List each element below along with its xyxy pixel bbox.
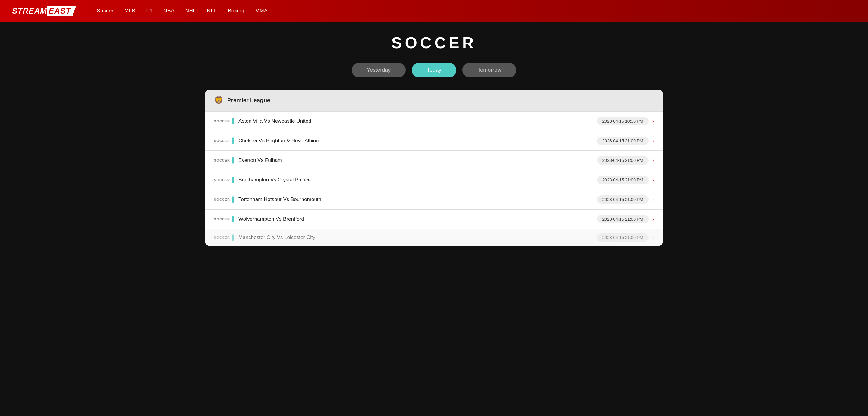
sport-divider bbox=[232, 234, 234, 241]
chevron-right-icon: › bbox=[652, 157, 654, 164]
date-tab-yesterday[interactable]: Yesterday bbox=[352, 63, 406, 78]
chevron-right-icon: › bbox=[652, 235, 654, 241]
sport-divider bbox=[232, 138, 234, 144]
match-name: Chelsea Vs Brighton & Hove Albion bbox=[239, 138, 597, 144]
league-header: 🦁 Premier League bbox=[205, 90, 663, 111]
match-name: Tottenham Hotspur Vs Bournemouth bbox=[239, 197, 597, 203]
main-content: SOCCER YesterdayTodayTomorrow 🦁 Premier … bbox=[199, 22, 669, 258]
match-row[interactable]: SOCCER Everton Vs Fulham 2023-04-15 21:0… bbox=[205, 150, 663, 170]
match-row[interactable]: SOCCER Aston Villa Vs Newcastle United 2… bbox=[205, 111, 663, 131]
chevron-right-icon: › bbox=[652, 216, 654, 222]
sport-divider bbox=[232, 157, 234, 164]
sport-divider bbox=[232, 216, 234, 222]
nav-link-boxing[interactable]: Boxing bbox=[228, 8, 244, 13]
match-time: 2023-04-15 21:00 PM bbox=[597, 176, 649, 184]
nav-link-soccer[interactable]: Soccer bbox=[97, 8, 114, 13]
nav-links: SoccerMLBF1NBANHLNFLBoxingMMA bbox=[97, 8, 268, 14]
date-tab-today[interactable]: Today bbox=[412, 63, 456, 78]
date-tabs: YesterdayTodayTomorrow bbox=[205, 63, 663, 78]
chevron-right-icon: › bbox=[652, 118, 654, 124]
league-name: Premier League bbox=[227, 97, 270, 104]
match-time: 2023-04-15 18:30 PM bbox=[597, 117, 649, 125]
nav-link-nba[interactable]: NBA bbox=[163, 8, 174, 13]
navigation: STREAM EAST SoccerMLBF1NBANHLNFLBoxingMM… bbox=[0, 0, 868, 22]
sport-label: SOCCER bbox=[214, 198, 230, 201]
match-row[interactable]: SOCCER Wolverhampton Vs Brentford 2023-0… bbox=[205, 209, 663, 229]
match-name: Manchester City Vs Leicester City bbox=[239, 235, 597, 241]
logo[interactable]: STREAM EAST bbox=[12, 6, 73, 16]
sport-divider bbox=[232, 177, 234, 183]
chevron-right-icon: › bbox=[652, 177, 654, 183]
match-time: 2023-04-15 21:00 PM bbox=[597, 215, 649, 224]
match-time: 2023-04-15 21:00 PM bbox=[597, 233, 649, 242]
match-name: Aston Villa Vs Newcastle United bbox=[239, 118, 597, 124]
logo-east-text: EAST bbox=[47, 6, 73, 16]
sport-label: SOCCER bbox=[214, 119, 230, 123]
sport-label: SOCCER bbox=[214, 158, 230, 162]
sport-label: SOCCER bbox=[214, 236, 230, 239]
chevron-right-icon: › bbox=[652, 138, 654, 144]
match-row[interactable]: SOCCER Southampton Vs Crystal Palace 202… bbox=[205, 170, 663, 189]
match-time: 2023-04-15 21:00 PM bbox=[597, 137, 649, 145]
match-name: Southampton Vs Crystal Palace bbox=[239, 177, 597, 183]
logo-stream-text: STREAM bbox=[12, 6, 47, 16]
match-row[interactable]: SOCCER Chelsea Vs Brighton & Hove Albion… bbox=[205, 131, 663, 150]
nav-link-mma[interactable]: MMA bbox=[255, 8, 268, 13]
nav-link-mlb[interactable]: MLB bbox=[124, 8, 135, 13]
sport-label: SOCCER bbox=[214, 217, 230, 221]
date-tab-tomorrow[interactable]: Tomorrow bbox=[462, 63, 516, 78]
match-name: Wolverhampton Vs Brentford bbox=[239, 216, 597, 222]
match-row[interactable]: SOCCER Tottenham Hotspur Vs Bournemouth … bbox=[205, 189, 663, 209]
nav-link-nhl[interactable]: NHL bbox=[185, 8, 196, 13]
sport-label: SOCCER bbox=[214, 139, 230, 143]
league-icon: 🦁 bbox=[214, 95, 224, 105]
sport-divider bbox=[232, 196, 234, 203]
page-title: SOCCER bbox=[205, 34, 663, 52]
nav-link-nfl[interactable]: NFL bbox=[207, 8, 217, 13]
match-row[interactable]: SOCCER Manchester City Vs Leicester City… bbox=[205, 229, 663, 246]
league-container: 🦁 Premier League SOCCER Aston Villa Vs N… bbox=[205, 90, 663, 246]
sport-label: SOCCER bbox=[214, 178, 230, 182]
matches-list: SOCCER Aston Villa Vs Newcastle United 2… bbox=[205, 111, 663, 246]
match-time: 2023-04-15 21:00 PM bbox=[597, 156, 649, 165]
match-time: 2023-04-15 21:00 PM bbox=[597, 195, 649, 204]
sport-divider bbox=[232, 118, 234, 124]
chevron-right-icon: › bbox=[652, 197, 654, 203]
nav-link-f1[interactable]: F1 bbox=[147, 8, 153, 13]
match-name: Everton Vs Fulham bbox=[239, 157, 597, 164]
